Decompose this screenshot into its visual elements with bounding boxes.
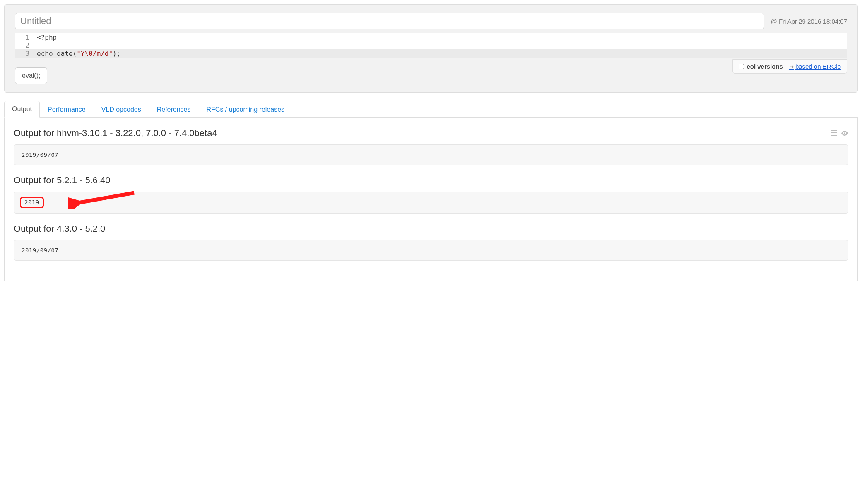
eol-checkbox[interactable] (739, 64, 744, 69)
output-value: 2019 (24, 199, 39, 206)
editor-footer: eval(); eol versions ➜ based on ERGio (15, 59, 847, 84)
eol-versions-toggle[interactable]: eol versions (739, 63, 783, 70)
svg-point-0 (844, 132, 845, 134)
output-panel: Output for hhvm-3.10.1 - 3.22.0, 7.0.0 -… (4, 118, 858, 281)
code-text (34, 45, 40, 46)
title-input[interactable] (15, 13, 764, 29)
output-heading-text: Output for hhvm-3.10.1 - 3.22.0, 7.0.0 -… (14, 128, 217, 139)
code-line: 3 echo date("Y\0/m/d"); (15, 49, 847, 58)
line-number: 1 (15, 34, 34, 41)
output-value: 2019/09/07 (22, 151, 58, 158)
tab-bar: Output Performance VLD opcodes Reference… (4, 101, 858, 118)
output-heading: Output for hhvm-3.10.1 - 3.22.0, 7.0.0 -… (14, 128, 848, 139)
timestamp-label: @ Fri Apr 29 2016 18:04:07 (771, 18, 847, 25)
editor-panel: @ Fri Apr 29 2016 18:04:07 1 <?php 2 3 e… (4, 4, 858, 93)
code-text: echo date("Y\0/m/d"); (34, 49, 125, 58)
output-block: 2019 (14, 192, 848, 214)
output-heading: Output for 5.2.1 - 5.6.40 (14, 175, 848, 186)
highlighted-output: 2019 (20, 197, 44, 208)
output-block: 2019/09/07 (14, 240, 848, 261)
output-heading-icons (831, 130, 848, 136)
code-text: <?php (34, 33, 60, 42)
output-value: 2019/09/07 (22, 247, 58, 254)
output-block: 2019/09/07 (14, 144, 848, 165)
annotation-arrow-icon (68, 189, 138, 209)
eval-button[interactable]: eval(); (15, 67, 47, 84)
tab-vld-opcodes[interactable]: VLD opcodes (94, 101, 149, 118)
list-icon[interactable] (831, 130, 837, 136)
eye-icon[interactable] (841, 130, 848, 136)
output-heading-text: Output for 5.2.1 - 5.6.40 (14, 175, 111, 186)
code-line: 1 <?php (15, 33, 847, 42)
based-on-link[interactable]: ➜ based on ERGio (789, 63, 841, 70)
code-editor[interactable]: 1 <?php 2 3 echo date("Y\0/m/d"); (15, 33, 847, 58)
tab-performance[interactable]: Performance (40, 101, 94, 118)
arrow-icon: ➜ (789, 63, 794, 70)
output-heading: Output for 4.3.0 - 5.2.0 (14, 223, 848, 234)
output-heading-text: Output for 4.3.0 - 5.2.0 (14, 223, 105, 234)
tab-rfcs[interactable]: RFCs / upcoming releases (199, 101, 293, 118)
code-line: 2 (15, 42, 847, 49)
tab-references[interactable]: References (149, 101, 199, 118)
line-number: 3 (15, 50, 34, 58)
line-number: 2 (15, 42, 34, 49)
title-row: @ Fri Apr 29 2016 18:04:07 (15, 13, 847, 29)
based-on-label: based on ERGio (795, 63, 841, 70)
eol-label: eol versions (746, 63, 783, 70)
svg-line-1 (76, 193, 134, 203)
options-box: eol versions ➜ based on ERGio (732, 59, 847, 74)
tab-output[interactable]: Output (4, 101, 40, 118)
